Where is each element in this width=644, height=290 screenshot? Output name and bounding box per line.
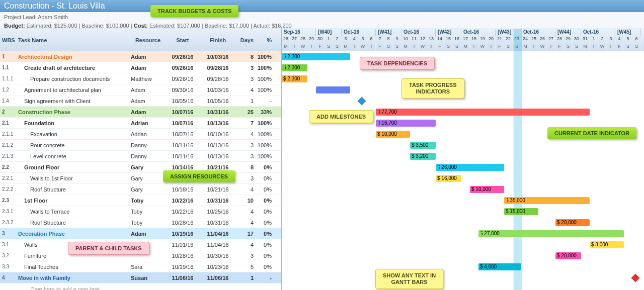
task-row[interactable]: 2.1.1ExcavationAdrian10/07/1610/10/16410… — [0, 129, 281, 140]
task-row[interactable]: 3Decoration PhaseAdam10/19/1611/04/16170… — [0, 228, 281, 239]
col-task[interactable]: Task Name — [15, 37, 131, 43]
milestone-icon[interactable] — [631, 274, 640, 282]
task-row[interactable]: 2.2Ground FloorGary10/14/1610/21/1680% — [0, 162, 281, 173]
task-row[interactable]: 4Move in with FamilySusan11/06/1611/06/1… — [0, 272, 281, 283]
current-date-indicator — [514, 29, 522, 290]
task-row[interactable]: 1.1.1Prepare construction documentsMatth… — [0, 73, 281, 84]
task-row[interactable]: 1Architectural DesignAdam09/26/1610/03/1… — [0, 51, 281, 62]
task-row[interactable]: 2.1.2Pour concreteDanny10/11/1610/13/163… — [0, 140, 281, 151]
task-row[interactable]: 2.2.1Walls to 1st FloorGary30% — [0, 173, 281, 184]
callout-show-text: SHOW ANY TEXT INGANTT BARS — [375, 269, 443, 289]
title-bar: Construction - St. Louis Villa — [0, 0, 644, 12]
gantt-bar[interactable]: $ 10,000 — [376, 131, 410, 138]
gantt-bar[interactable]: $ 4,000 — [478, 263, 521, 270]
task-row[interactable]: 2.3.2Roof StructureToby10/28/1610/31/164… — [0, 217, 281, 228]
task-row[interactable]: 2.1.3Level concreteDanny10/11/1610/13/16… — [0, 151, 281, 162]
task-row[interactable]: 3.3Final TouchesSara10/19/1610/23/1650% — [0, 261, 281, 272]
gantt-bar[interactable]: $ 16,700 — [376, 120, 436, 127]
col-wbs[interactable]: WBS — [0, 37, 15, 43]
callout-assign: ASSIGN RESOURCES — [163, 170, 235, 182]
gantt-bar[interactable]: $ 20,000 — [555, 252, 581, 259]
task-row[interactable]: 1.1Create draft of architectureAdam09/26… — [0, 62, 281, 73]
gantt-bar[interactable]: $ 3,000 — [590, 241, 624, 248]
col-resource[interactable]: Resource — [131, 37, 165, 43]
timeline-header: Sep-16[W40]Oct-16[W41]Oct-16[W42]Oct-16[… — [282, 29, 644, 51]
gantt-bar[interactable]: $ 27,000 — [478, 230, 624, 237]
gantt-bar[interactable]: $ 3,200 — [410, 153, 436, 160]
gantt-bar[interactable]: $ 10,000 — [470, 186, 504, 193]
gantt-bar[interactable]: $ 16,000 — [436, 175, 461, 182]
gantt-bar[interactable]: $ 20,000 — [555, 219, 590, 226]
project-info: Project Lead: Adam Smith Budget: Estimat… — [0, 12, 644, 29]
callout-parent-child: PARENT & CHILD TASKS — [68, 242, 149, 255]
callout-add-ms: ADD MILESTONES — [309, 110, 373, 123]
gantt-bar[interactable]: $ 3,500 — [410, 142, 436, 149]
gantt-bar[interactable] — [316, 86, 350, 93]
gantt-bar[interactable]: $ 77,700 — [376, 109, 590, 116]
milestone-icon[interactable] — [358, 97, 366, 106]
gantt-bar[interactable]: $ 26,000 — [436, 164, 504, 171]
gantt-bar[interactable]: $ 35,000 — [504, 197, 590, 204]
callout-track-budgets: TRACK BUDGETS & COSTS — [150, 5, 238, 17]
gantt-bar[interactable]: $ 2,300 — [282, 75, 307, 82]
col-percent[interactable]: % — [256, 37, 276, 43]
task-row[interactable]: 2.2.2Roof StructureGary10/18/1610/21/164… — [0, 184, 281, 195]
callout-progress: TASK PROGRESSINDICATORS — [401, 78, 464, 99]
new-task-input[interactable]: Type here to add a new task — [15, 286, 131, 291]
task-row[interactable]: 1.4Sign agreement with ClientAdam10/05/1… — [0, 95, 281, 107]
task-row[interactable]: 2.3.1Walls to TerraceToby10/22/1610/25/1… — [0, 206, 281, 217]
col-start[interactable]: Start — [165, 37, 200, 43]
gantt-bar[interactable]: $ 2,300 — [282, 53, 350, 60]
gantt-bar[interactable]: $ 2,300 — [282, 64, 307, 71]
task-row[interactable]: 2.1FoundationAdrian10/07/1610/13/167100% — [0, 118, 281, 129]
column-header: WBS Task Name Resource Start Finish Days… — [0, 29, 644, 51]
callout-current-date: CURRENT DATE INDICATOR — [547, 127, 636, 139]
task-row[interactable]: 2Construction PhaseAdam10/07/1610/31/162… — [0, 107, 281, 118]
task-row[interactable]: 1.2Agreement to architectural planAdam09… — [0, 84, 281, 95]
col-days[interactable]: Days — [235, 37, 256, 43]
gantt-bar[interactable]: $ 15,000 — [504, 208, 538, 215]
callout-task-deps: TASK DEPENDENCIES — [360, 57, 435, 70]
task-row[interactable]: 2.31st FloorToby10/22/1610/31/16100% — [0, 195, 281, 206]
col-finish[interactable]: Finish — [200, 37, 235, 43]
